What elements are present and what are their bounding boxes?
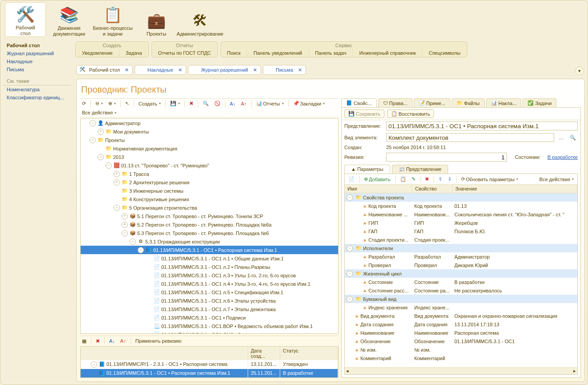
param-down-icon[interactable]: ⇩ xyxy=(446,175,453,183)
sidebar-item[interactable]: Журнал разрешений xyxy=(3,49,71,57)
tree-node[interactable]: 📁4 Конструктивые решения xyxy=(81,195,338,203)
tree-node[interactable]: 📁Нормативная документация xyxy=(81,144,338,153)
sidebar-item[interactable]: Письма xyxy=(3,65,71,73)
tree-node[interactable]: +📦5.2 Перегон ст. Тропарево - ст. Румянц… xyxy=(81,220,338,229)
prop-tab[interactable]: 📘Свойс... xyxy=(341,98,377,107)
param-row[interactable]: ▲Наименование ...Наименовани...Сокольнич… xyxy=(345,210,577,219)
sidebar-item[interactable]: Рабочий стол xyxy=(3,41,71,49)
tree-node[interactable]: −📁5 Организация строительства xyxy=(81,203,338,212)
tree-node[interactable]: 📄01.13/ИП/ММС/5.3.1 - ОС1 л.5 • Специфик… xyxy=(81,288,338,296)
expand-toggle[interactable]: − xyxy=(114,205,120,211)
prop-tab[interactable]: ✅Задачи xyxy=(523,98,556,107)
param-row[interactable]: −📁 Жизненный цикл xyxy=(345,269,577,278)
group-item[interactable]: Поиск xyxy=(221,49,247,57)
expand-toggle[interactable]: − xyxy=(130,239,136,245)
tree-node[interactable]: −📁Проекты xyxy=(81,136,338,144)
inner-tab-params[interactable]: ▲ Параметры xyxy=(344,165,390,174)
rev-delete-icon[interactable]: ✖ xyxy=(94,337,102,345)
prop-tab[interactable]: 📊Накла... xyxy=(486,98,522,107)
tree-node[interactable]: 📄01.13/ИП/ММС/5.3.1 - ОС1 л.3 • Узлы 1-г… xyxy=(81,271,338,280)
top-button[interactable]: 🛠️Рабочийстол xyxy=(5,2,46,37)
kind-pick[interactable]: … xyxy=(557,134,565,141)
tree-node[interactable]: 📄01.13/ИП/ММС/5.3.1 - ОС1 • Подписи xyxy=(81,313,338,322)
scroll-right[interactable]: ▸ xyxy=(573,368,576,374)
param-all-actions[interactable]: Все действия xyxy=(538,176,576,183)
expand-toggle[interactable]: − xyxy=(90,137,96,143)
group-item[interactable]: Панель задач xyxy=(309,49,353,57)
param-row[interactable]: ▲СостояниеСостояниеВ разработке xyxy=(345,278,577,286)
param-row[interactable]: −📁 Бумажный вид xyxy=(345,295,577,303)
prop-tab[interactable]: 📝Приме... xyxy=(414,98,450,107)
rev-sort-desc[interactable]: A↑ xyxy=(118,337,128,344)
expand-toggle[interactable]: − xyxy=(122,230,128,236)
expand-toggle[interactable]: − xyxy=(98,154,104,160)
tree-node[interactable]: 📄01.13/ИП/ММС/5.3.1 - ОС1 л.7 • Этапы де… xyxy=(81,305,338,313)
collapse-button[interactable]: ⊖ xyxy=(94,100,105,107)
param-col-val[interactable]: Значение xyxy=(453,185,577,193)
sidebar-item[interactable]: Номенклатура xyxy=(3,85,71,93)
param-row[interactable]: ▲Вид документаВид документаОхранная и ох… xyxy=(345,312,577,320)
doc-tab[interactable]: 🛠️Рабочий стол✕ xyxy=(76,65,133,75)
param-copy-icon[interactable]: 📋 xyxy=(398,175,408,183)
sidebar-item[interactable]: Классификатор единиц... xyxy=(3,93,71,101)
param-up-icon[interactable]: ⇧ xyxy=(437,175,444,183)
expand-button[interactable]: ⊕ xyxy=(106,100,118,107)
close-icon[interactable]: ✕ xyxy=(125,67,129,73)
inner-tab-view[interactable]: 📰 Представление xyxy=(392,165,448,174)
tree-node[interactable]: 📁3 Инженерные системы xyxy=(81,186,338,195)
param-row[interactable]: ▲№ изм.№ изм. xyxy=(345,345,577,354)
doc-tab[interactable]: Накладные✕ xyxy=(135,65,186,75)
tree-node[interactable]: −📁2013 xyxy=(81,153,338,161)
group-item[interactable]: Отчеты по ГОСТ СПДС xyxy=(152,49,217,57)
create-button[interactable]: Создать xyxy=(137,100,163,107)
select-button[interactable]: ↖ xyxy=(123,100,131,107)
save-icon[interactable]: 💾 xyxy=(168,100,182,107)
param-row[interactable]: ▲Состояние расс...Состояние ра...Не расс… xyxy=(345,286,577,295)
group-item[interactable]: Задача xyxy=(119,49,148,57)
save-button[interactable]: 💾 Сохранить xyxy=(344,109,384,118)
param-row[interactable]: −📁 Свойства проекта xyxy=(345,193,577,202)
param-edit-icon[interactable]: ✎ xyxy=(410,175,417,183)
param-col-prop[interactable]: Свойство xyxy=(412,185,453,193)
tree-node[interactable]: 📃01.13/ИП/ММС/5.3.1 - ОС1.ВОР • Ведомост… xyxy=(81,322,338,330)
param-row[interactable]: ▲НаименованиеНаименованиеРаспорная систе… xyxy=(345,328,577,337)
rev-sort-asc[interactable]: A↓ xyxy=(107,337,117,344)
prop-tab[interactable]: 🛡Права... xyxy=(378,98,412,107)
expand-toggle[interactable]: − xyxy=(90,120,96,126)
top-button[interactable]: 📚Движениядокументации xyxy=(49,2,90,37)
param-row[interactable]: ▲Стадия проекти...Стадия проек... xyxy=(345,235,577,244)
rev-col-status[interactable]: Статус xyxy=(280,347,338,360)
rev-col-date[interactable]: Дата созд... xyxy=(248,347,280,360)
doc-tab[interactable]: Письма✕ xyxy=(263,65,306,75)
group-item[interactable]: Спецсимволы xyxy=(422,49,466,57)
group-item[interactable]: Инженерный справочник xyxy=(353,49,422,57)
top-button[interactable]: 📋Бизнес-процессыи задачи xyxy=(92,2,133,37)
rev-input[interactable] xyxy=(386,153,507,162)
param-row[interactable]: ▲КомментарийКомментарий xyxy=(345,354,577,362)
param-row[interactable]: ▲ОбозначениеОбозначение01.13/ИП/ММС/5.3.… xyxy=(345,337,577,345)
tree-node[interactable]: +📁2 Архитектурные решения xyxy=(81,178,338,186)
top-button[interactable]: 💼Проекты xyxy=(136,2,177,37)
param-row[interactable]: ▲ГИПГИПЖеребцов xyxy=(345,219,577,227)
param-row[interactable]: ▲РазработалРазработалАдминистратор xyxy=(345,252,577,261)
tree-node[interactable]: +📁1 Трасса xyxy=(81,170,338,178)
top-button[interactable]: 🛠Администрирование xyxy=(180,2,220,37)
tree-node[interactable]: 📄01.13/ИП/ММС/5.3.1 - ОС1 л.6 • Этапы ус… xyxy=(81,296,338,305)
param-col-name[interactable]: Имя xyxy=(345,185,412,193)
doc-tab[interactable]: Журнал разрешений✕ xyxy=(188,65,261,75)
clear-search-icon[interactable]: 🚫 xyxy=(212,100,222,107)
close-icon[interactable]: ✕ xyxy=(298,67,302,73)
tree-node[interactable]: −⚙5.3.1 Ограждающие конструкции xyxy=(81,237,338,246)
tree-node[interactable]: 📃01.13/ИП/ММС/5.3.1 - ОС1.СМ2 • Затраты … xyxy=(81,330,338,334)
expand-toggle[interactable]: − xyxy=(106,162,112,169)
param-refresh-button[interactable]: ⟳ Обновить параметры xyxy=(459,175,520,183)
param-new-icon[interactable]: 📄 xyxy=(347,175,356,183)
apply-revision-button[interactable]: Применить ревизию xyxy=(134,337,184,344)
param-delete-icon[interactable]: ✖ xyxy=(423,175,431,183)
reports-button[interactable]: 📊 Отчеты xyxy=(254,100,286,107)
delete-icon[interactable]: ✖ xyxy=(188,100,195,107)
expand-toggle[interactable]: + xyxy=(122,222,128,228)
param-row[interactable]: −📁 Исполнители xyxy=(345,244,577,252)
param-row[interactable]: ▲ГАПГАППоляков Б.Ю. xyxy=(345,227,577,235)
expand-toggle[interactable]: + xyxy=(122,213,128,219)
